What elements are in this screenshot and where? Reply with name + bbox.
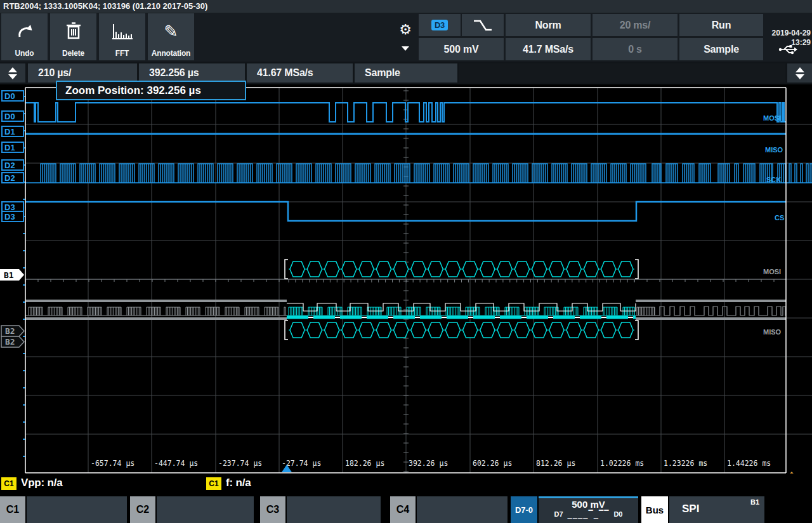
zoom-scale-cell[interactable]: 210 µs/ [28, 63, 137, 83]
channel-label-d3-zoom[interactable]: D3 [1, 211, 24, 222]
zoom-scale-stepper-left[interactable] [0, 63, 25, 83]
acquisition-state-value: Run [712, 20, 731, 31]
vertical-scale-cell[interactable]: 500 mV [419, 38, 504, 60]
signal-label-sck: SCK [766, 176, 781, 183]
annotation-label: Annotation [152, 49, 190, 58]
bus-panel[interactable]: SPI B1 [669, 496, 764, 523]
chevron-down-icon [402, 46, 409, 51]
tooltip-text: Zoom Position: 392.256 µs [65, 84, 201, 97]
undo-button[interactable]: Undo [1, 13, 48, 60]
gear-icon: ⚙ [393, 13, 417, 46]
channel-label-d1-zoom[interactable]: D1 [1, 142, 24, 153]
sample-rate-value: 41.7 MSa/s [523, 44, 573, 55]
svg-text:392.26 µs: 392.26 µs [409, 459, 448, 468]
logic-channels-panel[interactable]: 500 mV D7 ____▔_▔▔ D0 [539, 496, 638, 523]
logic-bit-states: D7 ____▔_▔▔ D0 [539, 510, 638, 518]
svg-text:B1: B1 [4, 270, 14, 280]
acquisition-mode-value: Sample [704, 44, 739, 55]
bus2-signal-label: MISO [763, 328, 781, 336]
toolbar: Undo Delete FFT ✎ Annotation ⚙ D3 [0, 13, 812, 62]
bus-button[interactable]: Bus [641, 496, 668, 523]
channel-bar: C1 C2 C3 C4 D7-0 500 mV D7 ____▔_▔▔ D0 B… [0, 495, 812, 523]
undo-label: Undo [15, 49, 34, 58]
zoom-mode-cell[interactable]: Sample [355, 63, 457, 83]
zoom-position-cell[interactable]: 392.256 µs [139, 63, 245, 83]
trigger-source-badge: D3 [431, 20, 448, 30]
svg-text:-237.74 µs: -237.74 µs [218, 459, 262, 468]
zoom-scale-stepper-right[interactable] [787, 63, 812, 83]
svg-text:812.26 µs: 812.26 µs [536, 459, 575, 468]
channel-c1-panel[interactable] [27, 496, 127, 523]
trigger-mode-cell[interactable]: Norm [506, 14, 591, 36]
oscilloscope-screen: B1B2B2-657.74 µs-447.74 µs-237.74 µs-27.… [0, 0, 812, 523]
channel-c4-panel[interactable] [417, 496, 508, 523]
device-id-text: RTB2004; 1333.1005K04; 103196 (01.210 20… [3, 1, 207, 11]
channel-c3-button[interactable]: C3 [260, 496, 285, 523]
vertical-scale-value: 500 mV [444, 44, 479, 55]
svg-text:1.23226 ms: 1.23226 ms [664, 459, 707, 468]
svg-text:-447.74 µs: -447.74 µs [154, 459, 198, 468]
svg-text:602.26 µs: 602.26 µs [473, 459, 512, 468]
channel-label-d2-zoom[interactable]: D2 [1, 172, 24, 183]
zoom-scale-value: 210 µs/ [38, 67, 71, 79]
down-arrow-icon [8, 74, 17, 79]
undo-icon [1, 20, 48, 43]
annotation-button[interactable]: ✎ Annotation [148, 13, 194, 60]
channel-c3-panel[interactable] [287, 496, 381, 523]
horizontal-position-cell[interactable]: 0 s [593, 38, 678, 60]
measurement1-source-badge: C1 [1, 477, 16, 490]
bit-state-glyphs: ____▔_▔▔ [568, 510, 610, 518]
channel-label-d1[interactable]: D1 [1, 126, 24, 137]
channel-c1-button[interactable]: C1 [0, 496, 25, 523]
channel-label-d0[interactable]: D0 [1, 90, 24, 102]
svg-text:-657.74 µs: -657.74 µs [91, 459, 134, 468]
falling-edge-icon [473, 19, 493, 32]
up-arrow-icon [796, 67, 804, 72]
svg-text:1.44226 ms: 1.44226 ms [727, 459, 771, 468]
zoom-mode-value: Sample [365, 67, 400, 79]
measurement-bar: C1 Vpp: n/a C1 f: n/a [0, 473, 812, 495]
channel-label-d0-zoom[interactable]: D0 [1, 110, 24, 122]
logic-channels-button[interactable]: D7-0 [511, 496, 537, 523]
sample-rate-cell[interactable]: 41.7 MSa/s [506, 38, 591, 60]
bus1-signal-label: MOSI [763, 268, 781, 275]
timebase-value: 20 ms/ [620, 20, 651, 31]
acquisition-mode-cell[interactable]: Sample [679, 38, 763, 60]
d0-label: D0 [613, 510, 622, 518]
trash-icon [50, 20, 96, 43]
down-arrow-icon [796, 74, 804, 79]
delete-button[interactable]: Delete [50, 13, 96, 60]
date-text: 2019-04-29 [765, 29, 811, 38]
trigger-slope-cell[interactable] [462, 14, 504, 36]
fft-label: FFT [115, 49, 129, 58]
title-bar: RTB2004; 1333.1005K04; 103196 (01.210 20… [0, 0, 812, 13]
zoom-position-value: 392.256 µs [149, 67, 199, 79]
measurement2-value: f: n/a [226, 477, 251, 489]
usb-icon [778, 44, 797, 55]
horizontal-position-value: 0 s [628, 44, 642, 55]
bus-id-value: B1 [750, 498, 759, 506]
svg-text:182.26 µs: 182.26 µs [345, 459, 384, 468]
channel-c2-button[interactable]: C2 [130, 496, 155, 523]
trigger-mode-value: Norm [535, 20, 561, 31]
fft-spectrum-icon [99, 20, 145, 43]
delete-label: Delete [62, 49, 84, 58]
channel-label-d2[interactable]: D2 [1, 159, 24, 171]
bus-type-value: SPI [682, 503, 699, 515]
zoom-sample-rate-cell[interactable]: 41.67 MSa/s [247, 63, 353, 83]
pencil-icon: ✎ [148, 20, 194, 43]
signal-label-cs: CS [775, 214, 784, 222]
logic-scale-value: 500 mV [539, 499, 638, 510]
signal-label-mosi: MOSI_ [763, 114, 785, 122]
d7-label: D7 [554, 510, 563, 518]
usb-status [765, 38, 811, 60]
settings-button[interactable]: ⚙ [393, 13, 417, 60]
trigger-source-cell[interactable]: D3 [419, 14, 461, 36]
measurement2-source-badge: C1 [206, 477, 221, 490]
zoom-bar-spacer [459, 63, 785, 83]
acquisition-state-cell[interactable]: Run [679, 14, 763, 36]
timebase-cell[interactable]: 20 ms/ [593, 14, 678, 36]
channel-c4-button[interactable]: C4 [390, 496, 416, 523]
channel-c2-panel[interactable] [157, 496, 254, 523]
fft-button[interactable]: FFT [99, 13, 145, 60]
